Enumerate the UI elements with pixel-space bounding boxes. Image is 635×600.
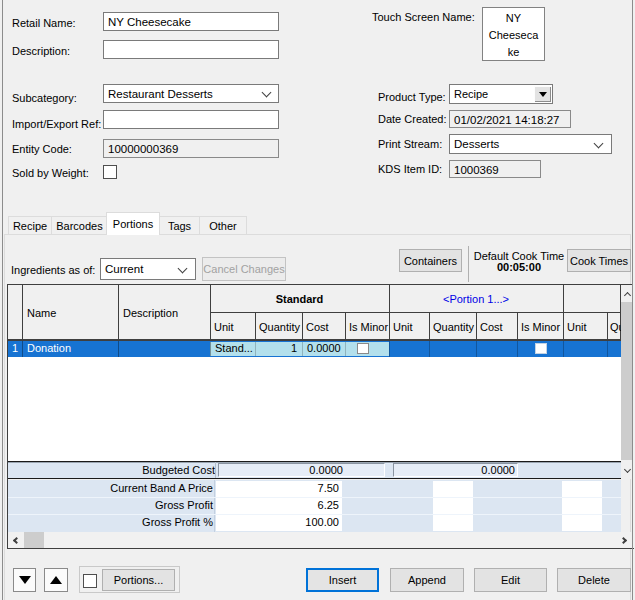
entity-code-label: Entity Code: bbox=[12, 142, 72, 156]
arrow-down-icon bbox=[19, 576, 31, 584]
gross-profit-pct-value[interactable]: 100.00 bbox=[216, 515, 342, 531]
date-created-label: Date Created: bbox=[378, 112, 446, 126]
tab-tags[interactable]: Tags bbox=[159, 216, 200, 234]
summary-rows: Current Band A Price Gross Profit Gross … bbox=[7, 480, 621, 532]
product-type-select[interactable]: Recipe bbox=[449, 84, 553, 104]
arrow-up-icon bbox=[50, 576, 62, 584]
row-g3-unit-cell[interactable] bbox=[563, 341, 607, 357]
chevron-down-icon bbox=[178, 264, 188, 274]
edit-button[interactable]: Edit bbox=[474, 568, 547, 592]
band-a-price-value[interactable]: 7.50 bbox=[216, 481, 342, 497]
scroll-left-button[interactable] bbox=[7, 532, 24, 548]
portions-button[interactable]: Portions... bbox=[102, 569, 175, 591]
subcategory-select[interactable]: Restaurant Desserts bbox=[103, 84, 279, 103]
grid-col-cost-p1[interactable]: Cost bbox=[480, 320, 503, 334]
grid-col-cost-std[interactable]: Cost bbox=[306, 320, 329, 334]
ingredients-as-of-select[interactable]: Current bbox=[100, 258, 196, 280]
touch-screen-name-input[interactable]: NY Cheeseca ke bbox=[482, 7, 545, 61]
is-minor-checkbox[interactable] bbox=[535, 343, 547, 354]
append-button[interactable]: Append bbox=[390, 568, 464, 592]
dropdown-button[interactable] bbox=[534, 86, 551, 102]
summary-separator bbox=[214, 480, 215, 532]
summary-cell[interactable] bbox=[562, 515, 602, 531]
grid-group-standard[interactable]: Standard bbox=[210, 292, 389, 306]
grid-col-quantity-p1[interactable]: Quantity bbox=[433, 320, 474, 334]
tab-barcodes[interactable]: Barcodes bbox=[51, 216, 108, 234]
chevron-down-icon bbox=[623, 465, 630, 472]
chevron-right-icon bbox=[620, 536, 627, 543]
grid-col-unit-g3[interactable]: Unit bbox=[567, 320, 587, 334]
window-right-border bbox=[632, 0, 633, 600]
is-minor-checkbox[interactable] bbox=[357, 343, 369, 354]
row-std-unit-cell[interactable]: Stand... bbox=[210, 342, 255, 356]
grid-body[interactable] bbox=[7, 357, 621, 461]
move-up-button[interactable] bbox=[44, 568, 68, 592]
portions-checkbox[interactable] bbox=[83, 574, 97, 588]
grid-header-description[interactable]: Description bbox=[123, 306, 178, 320]
horizontal-scrollbar[interactable] bbox=[7, 532, 633, 548]
tab-portions[interactable]: Portions bbox=[106, 212, 160, 235]
row-p1-cost-cell[interactable] bbox=[476, 341, 517, 357]
import-export-ref-label: Import/Export Ref: bbox=[12, 117, 101, 131]
containers-button[interactable]: Containers bbox=[399, 249, 462, 272]
row-p1-quantity-cell[interactable] bbox=[429, 341, 476, 357]
grid-header-name[interactable]: Name bbox=[27, 306, 56, 320]
summary-cell[interactable] bbox=[562, 498, 602, 514]
row-g3-quantity-cell[interactable] bbox=[607, 341, 621, 357]
summary-cell[interactable] bbox=[433, 498, 473, 514]
sold-by-weight-checkbox[interactable] bbox=[103, 165, 117, 179]
kds-item-id-value: 1000369 bbox=[449, 160, 541, 178]
grid-col-unit-p1[interactable]: Unit bbox=[393, 320, 413, 334]
tab-recipe[interactable]: Recipe bbox=[8, 216, 52, 234]
description-input[interactable] bbox=[103, 40, 279, 59]
row-description-cell[interactable] bbox=[118, 341, 210, 357]
print-stream-label: Print Stream: bbox=[378, 137, 442, 151]
grid-group-portion1[interactable]: <Portion 1...> bbox=[389, 292, 563, 306]
grid-col-unit-std[interactable]: Unit bbox=[214, 320, 234, 334]
row-std-cost-cell[interactable]: 0.0000 bbox=[302, 342, 345, 356]
scroll-right-button[interactable] bbox=[616, 532, 633, 548]
row-name-cell[interactable]: Donation bbox=[22, 341, 118, 357]
gross-profit-value[interactable]: 6.25 bbox=[216, 498, 342, 514]
cook-times-button[interactable]: Cook Times bbox=[567, 249, 631, 272]
insert-button[interactable]: Insert bbox=[306, 568, 379, 592]
grid-col-isminor-std[interactable]: Is Minor bbox=[349, 320, 388, 334]
cancel-changes-button[interactable]: Cancel Changes bbox=[202, 257, 286, 281]
grid-left-border bbox=[7, 341, 8, 548]
print-stream-select[interactable]: Desserts bbox=[449, 134, 612, 154]
gross-profit-label: Gross Profit bbox=[155, 499, 213, 511]
entity-code-value: 10000000369 bbox=[103, 139, 279, 158]
row-p1-unit-cell[interactable] bbox=[389, 341, 429, 357]
row-p1-isminor-cell[interactable] bbox=[517, 341, 563, 357]
tab-other[interactable]: Other bbox=[199, 216, 247, 234]
grid-col-quantity-std[interactable]: Quantity bbox=[259, 320, 300, 334]
row-number-cell: 1 bbox=[7, 341, 22, 357]
budgeted-cost-label: Budgeted Cost bbox=[142, 464, 215, 476]
grid-col-quantity-g3[interactable]: Qu bbox=[610, 320, 621, 334]
hscrollbar-thumb[interactable] bbox=[24, 532, 44, 548]
touch-screen-name-label: Touch Screen Name: bbox=[372, 10, 475, 24]
delete-button[interactable]: Delete bbox=[557, 568, 631, 592]
retail-name-label: Retail Name: bbox=[12, 16, 76, 30]
import-export-ref-input[interactable] bbox=[103, 110, 279, 129]
move-down-button[interactable] bbox=[13, 568, 36, 592]
row-std-isminor-cell[interactable] bbox=[345, 342, 389, 356]
grid-data-row[interactable]: 1 Donation Stand... 1 0.0000 bbox=[7, 341, 621, 357]
product-type-label: Product Type: bbox=[378, 90, 446, 104]
retail-name-input[interactable]: NY Cheesecake bbox=[103, 12, 279, 31]
budgeted-cost-p1-box: 0.0000 bbox=[393, 463, 518, 477]
ingredients-as-of-label: Ingredients as of: bbox=[11, 263, 95, 277]
sold-by-weight-label: Sold by Weight: bbox=[12, 166, 89, 180]
description-label: Description: bbox=[12, 44, 70, 58]
toolbar-divider bbox=[468, 246, 469, 282]
budgeted-cost-separator bbox=[215, 462, 216, 478]
chevron-down-icon bbox=[262, 88, 272, 98]
chevron-down-icon bbox=[594, 139, 604, 149]
summary-cell[interactable] bbox=[433, 481, 473, 497]
band-a-price-label: Current Band A Price bbox=[110, 482, 213, 494]
row-std-quantity-cell[interactable]: 1 bbox=[255, 342, 302, 356]
grid-col-isminor-p1[interactable]: Is Minor bbox=[521, 320, 560, 334]
summary-cell[interactable] bbox=[433, 515, 473, 531]
window-left-border bbox=[2, 0, 3, 600]
summary-cell[interactable] bbox=[562, 481, 602, 497]
